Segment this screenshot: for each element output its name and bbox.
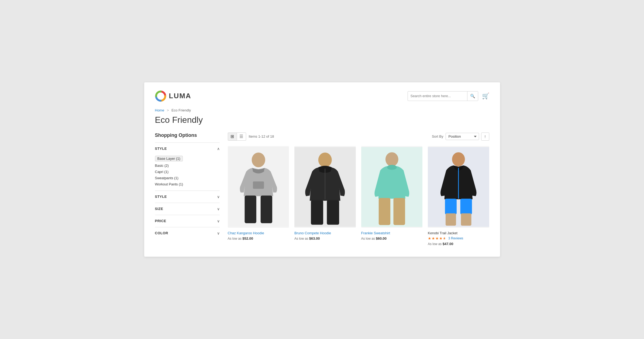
product-name-kenobi: Kenobi Trail Jacket: [428, 231, 489, 235]
view-buttons: ⊞ ☰: [228, 133, 246, 141]
filter-body-style: Base Layer (1) Basic (2) Capri (1) Sweat…: [155, 155, 220, 191]
chevron-down-icon-color: ∨: [217, 231, 220, 235]
chevron-down-icon-size: ∨: [217, 207, 220, 211]
filter-item-workout-pants[interactable]: Workout Pants (1): [155, 181, 220, 187]
svg-point-12: [385, 152, 398, 166]
product-svg-bruno: [294, 146, 356, 228]
search-input[interactable]: [408, 94, 467, 98]
product-svg-kenobi: [428, 146, 489, 228]
sort-direction-button[interactable]: ↑: [481, 133, 489, 141]
toolbar-right: Sort By Position Product Name Price ↑: [432, 133, 489, 141]
filter-section-style2: STYLE ∨: [155, 191, 220, 203]
toolbar-left: ⊞ ☰ Items 1-12 of 18: [228, 133, 274, 141]
filter-label-price: PRICE: [155, 219, 166, 223]
product-card-chaz: Chaz Kangaroo Hoodie As low as $52.00: [228, 146, 289, 246]
chevron-down-icon-style2: ∨: [217, 195, 220, 199]
chevron-up-icon: ∧: [217, 147, 220, 151]
view-list-button[interactable]: ☰: [237, 133, 246, 141]
grid-icon: ⊞: [230, 134, 234, 139]
filter-item-active-base-layer[interactable]: Base Layer (1): [155, 156, 183, 161]
product-price-prefix-bruno: As low as: [294, 237, 309, 240]
filter-header-color[interactable]: COLOR ∨: [155, 227, 220, 239]
product-name-link-chaz[interactable]: Chaz Kangaroo Hoodie: [228, 231, 264, 235]
product-figure-chaz: [228, 146, 289, 228]
filter-item-basic-link[interactable]: Basic (2): [155, 164, 169, 168]
svg-rect-14: [378, 198, 390, 225]
page-wrapper: LUMA 🔍 🛒 Home > Eco Friendly Eco Friendl…: [144, 82, 500, 257]
svg-rect-15: [393, 198, 405, 225]
star-5-half: ★★: [443, 236, 447, 240]
main-content: Shopping Options STYLE ∧ Base Layer (1) …: [155, 133, 489, 246]
chevron-down-icon-price: ∨: [217, 219, 220, 223]
product-name-frankie: Frankie Sweatshirt: [361, 231, 423, 235]
product-image-chaz: [228, 146, 289, 228]
product-price-bruno: As low as $63.00: [294, 236, 356, 240]
product-figure-frankie: [361, 146, 423, 228]
header-right: 🔍 🛒: [408, 91, 489, 101]
star-3: ★: [435, 236, 439, 240]
product-image-frankie: [361, 146, 423, 228]
filter-section-size: SIZE ∨: [155, 203, 220, 215]
product-price-prefix-frankie: As low as: [361, 237, 376, 240]
star-1: ★: [428, 236, 431, 240]
product-name-link-frankie[interactable]: Frankie Sweatshirt: [361, 231, 390, 235]
filter-header-size[interactable]: SIZE ∨: [155, 203, 220, 215]
sort-select[interactable]: Position Product Name Price: [446, 133, 479, 140]
filter-item-sweatpants-link[interactable]: Sweatpants (1): [155, 176, 178, 180]
product-price-chaz: As low as $52.00: [228, 236, 289, 240]
product-name-link-bruno[interactable]: Bruno Compete Hoodie: [294, 231, 331, 235]
search-button[interactable]: 🔍: [467, 91, 478, 101]
logo-text: LUMA: [169, 92, 191, 100]
breadcrumb-current: Eco Friendly: [171, 108, 191, 112]
filter-label-size: SIZE: [155, 207, 163, 211]
product-image-kenobi: [428, 146, 489, 228]
filter-item-base-layer[interactable]: Base Layer (1): [155, 155, 220, 162]
product-figure-bruno: [294, 146, 356, 228]
product-grid: Chaz Kangaroo Hoodie As low as $52.00: [228, 146, 489, 246]
product-card-bruno: Bruno Compete Hoodie As low as $63.00: [294, 146, 356, 246]
product-card-kenobi: Kenobi Trail Jacket ★ ★ ★ ★ ★★ 3 Revie: [428, 146, 489, 246]
filter-item-sweatpants[interactable]: Sweatpants (1): [155, 175, 220, 181]
view-grid-button[interactable]: ⊞: [228, 133, 237, 141]
breadcrumb-home-link[interactable]: Home: [155, 108, 164, 112]
search-box: 🔍: [408, 91, 478, 101]
product-price-kenobi: As low as $47.00: [428, 242, 489, 246]
product-stars-kenobi: ★ ★ ★ ★ ★★: [428, 236, 447, 240]
filter-header-style2[interactable]: STYLE ∨: [155, 191, 220, 203]
header: LUMA 🔍 🛒: [155, 90, 489, 102]
filter-section-color: COLOR ∨: [155, 227, 220, 239]
product-figure-kenobi: [428, 146, 489, 228]
star-2: ★: [432, 236, 435, 240]
review-count-kenobi[interactable]: 3 Reviews: [448, 236, 463, 240]
filter-item-capri[interactable]: Capri (1): [155, 169, 220, 175]
product-name-text-kenobi: Kenobi Trail Jacket: [428, 231, 457, 235]
product-price-amount-bruno: $63.00: [309, 236, 320, 240]
filter-item-basic[interactable]: Basic (2): [155, 162, 220, 169]
sort-direction-icon: ↑: [484, 134, 486, 139]
page-title: Eco Friendly: [155, 115, 489, 125]
svg-rect-22: [461, 213, 471, 226]
filter-label-color: COLOR: [155, 231, 168, 235]
product-name-bruno: Bruno Compete Hoodie: [294, 231, 356, 235]
cart-icon[interactable]: 🛒: [482, 93, 489, 100]
product-price-frankie: As low as $60.00: [361, 236, 423, 240]
product-rating-kenobi: ★ ★ ★ ★ ★★ 3 Reviews: [428, 236, 489, 240]
filter-header-price[interactable]: PRICE ∨: [155, 215, 220, 227]
product-name-chaz: Chaz Kangaroo Hoodie: [228, 231, 289, 235]
logo-area: LUMA: [155, 90, 191, 102]
filter-label-style2: STYLE: [155, 195, 167, 199]
svg-rect-21: [446, 213, 456, 226]
svg-rect-10: [327, 200, 339, 225]
svg-point-17: [452, 152, 465, 166]
search-icon: 🔍: [470, 94, 475, 98]
filter-header-style[interactable]: STYLE ∧: [155, 143, 220, 155]
product-svg-chaz: [228, 146, 289, 228]
svg-rect-4: [244, 195, 256, 223]
filter-item-workout-pants-link[interactable]: Workout Pants (1): [155, 182, 183, 186]
filter-label-style: STYLE: [155, 147, 167, 151]
svg-rect-19: [445, 199, 457, 215]
product-image-bruno: [294, 146, 356, 228]
product-svg-frankie: [361, 146, 423, 228]
list-icon: ☰: [239, 134, 243, 139]
filter-item-capri-link[interactable]: Capri (1): [155, 170, 169, 174]
